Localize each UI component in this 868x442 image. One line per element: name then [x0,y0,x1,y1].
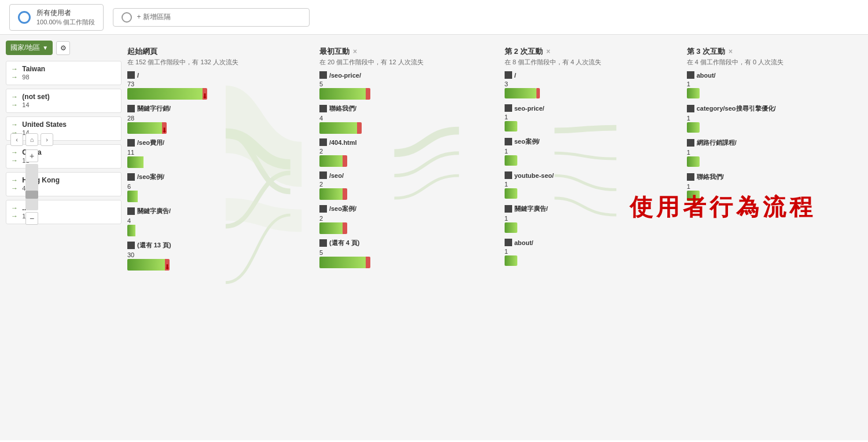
bar-green [127,191,138,202]
flow-node[interactable]: seo案例/ 1 [505,137,606,167]
flow-node[interactable]: /seo案例/ 6 [127,173,238,202]
location-count: 14 [22,101,29,108]
grid-icon [505,205,512,213]
grid-icon [127,242,135,249]
bar-green [127,156,144,168]
bar-green [319,155,343,167]
bar-green [127,225,135,236]
filter-dropdown[interactable]: 國家/地區 ▼ [6,41,53,55]
arrow-icon: → [11,101,18,109]
zoom-plus-button[interactable]: + [25,149,38,162]
list-item[interactable]: → Taiwan → 98 [6,61,122,85]
location-count: 98 [22,74,29,81]
segment-sublabel: 100.00% 個工作階段 [36,18,95,27]
list-item[interactable]: → (not set) → 14 [6,89,122,113]
grid-icon [687,71,694,79]
grid-icon [505,71,512,79]
zoom-track [25,164,38,210]
grid-icon [127,139,135,147]
flow-node[interactable]: (還有 4 頁) 5 [319,239,424,268]
flow-node[interactable]: /seo-price/ 5 [319,71,424,100]
grid-icon [687,139,694,147]
chevron-down-icon: ▼ [42,45,48,51]
flow-node[interactable]: / 3 [505,71,606,100]
nav-row: ‹ ⌂ › [10,133,53,146]
bar-green [319,257,366,268]
grid-icon [687,105,694,112]
bar-green [319,188,343,200]
grid-icon [505,239,512,246]
flow-node[interactable]: about/ 1 [505,239,606,267]
flow-node[interactable]: 關鍵字廣告/ 1 [505,204,606,234]
column-subtitle-3: 在 8 個工作階段中，有 4 人次流失 [505,58,606,67]
bar-red: ⬇ [162,122,167,134]
add-segment-button[interactable]: + 新增區隔 [113,8,310,27]
flow-node[interactable]: /seo費用/ 11 [127,138,238,168]
add-segment-label: + 新增區隔 [137,12,170,22]
arrow-icon: → [11,65,18,73]
location-name: (not set) [22,93,49,101]
flow-node[interactable]: /404.html 2 [319,138,424,167]
bar-thin-green [687,122,700,133]
bar-red [366,88,370,100]
grid-icon [319,105,327,112]
grid-icon [127,71,135,79]
flow-node[interactable]: /seo/ 2 [319,171,424,200]
bar-red [366,257,370,268]
bar-green [319,222,343,234]
grid-icon [505,138,512,145]
segment-pill-all-users[interactable]: 所有使用者 100.00% 個工作階段 [9,4,104,31]
filter-label: 國家/地區 [10,43,40,53]
flow-area: 起始網頁 在 152 個工作階段中，有 132 人次流失 / 73 ⬇ [127,41,862,434]
close-icon[interactable]: × [729,48,733,56]
left-panel: 國家/地區 ▼ ⚙ ‹ ⌂ › + − [6,41,122,434]
flow-node[interactable]: /seo案例/ 2 [319,204,424,234]
flow-node[interactable]: seo-price/ 1 [505,104,606,133]
bar-thin-green [687,156,700,167]
nav-left-button[interactable]: ‹ [10,133,23,146]
flow-node[interactable]: 關鍵字廣告/ 4 [127,207,238,236]
flow-node[interactable]: category/seo搜尋引擎優化/ 1 [687,104,803,134]
nav-right-button[interactable]: › [41,133,53,146]
column-header-2: 最初互動 × 在 20 個工作階段中，有 12 人次流失 [319,46,424,67]
grid-icon [505,171,512,179]
bar-green [127,122,162,134]
zoom-minus-button[interactable]: − [25,212,38,225]
add-segment-icon [122,12,132,23]
column-subtitle-4: 在 4 個工作階段中，有 0 人次流失 [687,58,803,67]
bar-red [343,155,347,167]
flow-node[interactable]: 聯絡我們/ 4 [319,104,424,134]
column-subtitle-2: 在 20 個工作階段中，有 12 人次流失 [319,58,424,67]
nav-home-button[interactable]: ⌂ [25,133,38,146]
bar-green [127,259,165,271]
zoom-thumb[interactable] [25,191,38,199]
column-header-4: 第 3 次互動 × 在 4 個工作階段中，有 0 人次流失 [687,46,803,67]
grid-icon [127,105,135,112]
flow-node[interactable]: / 73 ⬇ [127,71,238,100]
flow-column-2: 最初互動 × 在 20 個工作階段中，有 12 人次流失 /seo-price/… [319,46,424,275]
gear-icon: ⚙ [60,44,67,52]
column-header-1: 起始網頁 在 152 個工作階段中，有 132 人次流失 [127,46,238,67]
main-content: 國家/地區 ▼ ⚙ ‹ ⌂ › + − [0,35,868,440]
close-icon[interactable]: × [353,48,357,56]
flow-node[interactable]: 關鍵字行銷/ 28 ⬇ [127,104,238,134]
flow-node[interactable]: youtube-seo/ 1 [505,171,606,200]
grid-icon [319,171,327,179]
zoom-slider: + − [25,149,38,225]
flow-node[interactable]: about/ 1 [687,71,803,100]
bar-green [319,122,357,134]
flow-node[interactable]: 網路行銷課程/ 1 [687,138,803,168]
bar-thin-green [505,155,517,166]
top-bar: 所有使用者 100.00% 個工作階段 + 新增區隔 [0,0,868,35]
flow-spacer-1 [279,46,314,275]
flow-column-3: 第 2 次互動 × 在 8 個工作階段中，有 4 人次流失 / 3 [505,46,606,275]
flow-spacer-2 [464,46,499,275]
column-title-4: 第 3 次互動 [687,46,725,57]
flow-node[interactable]: (還有 13 頁) 30 ⬇ [127,241,238,271]
segment-circle-icon [18,11,31,24]
gear-button[interactable]: ⚙ [56,41,70,55]
bar-red [343,222,347,234]
close-icon[interactable]: × [546,48,550,56]
column-title-1: 起始網頁 [127,46,157,57]
bar-red: ⬇ [203,88,207,100]
